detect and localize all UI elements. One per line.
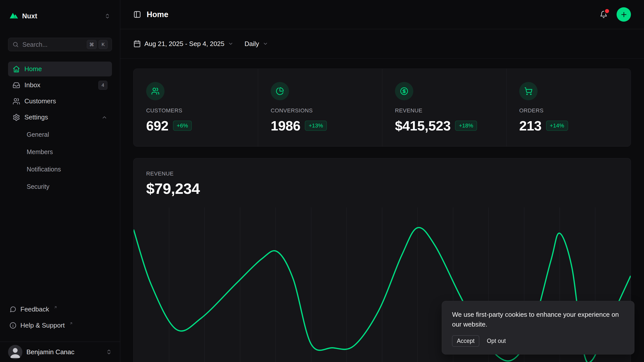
- stat-conversions: CONVERSIONS 1986 +13%: [258, 69, 382, 146]
- help-support-link[interactable]: Help & Support: [8, 317, 112, 333]
- cookie-actions: Accept Opt out: [452, 335, 624, 347]
- sidebar-item-home[interactable]: Home: [8, 62, 112, 76]
- plus-icon: [620, 11, 628, 18]
- stat-value: 213: [519, 118, 542, 133]
- sidebar-item-label: Inbox: [24, 81, 41, 89]
- external-link-icon: [54, 305, 57, 309]
- feedback-link[interactable]: Feedback: [8, 301, 112, 317]
- sidebar-item-label: Customers: [24, 97, 56, 105]
- cookie-banner: We use first-party cookies to enhance yo…: [442, 301, 634, 354]
- page-header: Home: [120, 0, 644, 29]
- date-range-picker[interactable]: Aug 21, 2025 - Sep 4, 2025: [133, 40, 233, 48]
- stat-delta-badge: +18%: [455, 121, 477, 131]
- page-header-left: Home: [133, 10, 168, 19]
- revenue-chart-value: $79,234: [146, 180, 618, 197]
- nuxt-logo-icon: [10, 12, 18, 20]
- stat-value: $415,523: [395, 118, 451, 133]
- help-support-label: Help & Support: [20, 322, 65, 329]
- sidebar-item-settings[interactable]: Settings: [8, 110, 112, 125]
- chevrons-up-down-icon: [104, 13, 110, 19]
- stat-label: CONVERSIONS: [271, 107, 370, 114]
- chevrons-up-down-icon: [106, 349, 112, 355]
- opt-out-button[interactable]: Opt out: [486, 335, 507, 347]
- external-link-icon: [69, 322, 73, 325]
- sidebar-item-security[interactable]: Security: [8, 179, 112, 194]
- inbox-count-badge: 4: [98, 81, 107, 90]
- workspace-name: Nuxt: [22, 12, 37, 20]
- revenue-chart-header: REVENUE $79,234: [134, 158, 631, 197]
- kbd-command: ⌘: [87, 40, 97, 49]
- stat-revenue: REVENUE $415,523 +18%: [382, 69, 506, 146]
- sidebar-item-inbox[interactable]: Inbox 4: [8, 78, 112, 93]
- stat-customers: CUSTOMERS 692 +6%: [134, 69, 258, 146]
- sidebar-item-label: Settings: [24, 113, 48, 121]
- stat-delta-badge: +13%: [305, 121, 327, 131]
- kbd-k: K: [99, 40, 108, 49]
- accept-button[interactable]: Accept: [452, 335, 479, 347]
- workspace-switcher[interactable]: Nuxt: [8, 6, 112, 26]
- gear-icon: [13, 114, 20, 121]
- calendar-icon: [133, 40, 141, 48]
- home-icon: [13, 65, 20, 73]
- search-input[interactable]: [22, 41, 83, 48]
- sidebar-item-notifications[interactable]: Notifications: [8, 162, 112, 177]
- sidebar-footer: Feedback Help & Support: [0, 301, 120, 342]
- add-button[interactable]: [617, 7, 631, 22]
- stat-label: ORDERS: [519, 107, 618, 114]
- info-circle-icon: [10, 322, 16, 329]
- users-group-icon: [146, 82, 165, 100]
- search-box[interactable]: ⌘ K: [8, 38, 112, 51]
- stat-value: 1986: [271, 118, 300, 133]
- cookie-message: We use first-party cookies to enhance yo…: [452, 310, 624, 329]
- sidebar-item-members[interactable]: Members: [8, 144, 112, 159]
- sidebar-top: Nuxt ⌘ K Ho: [0, 0, 120, 194]
- inbox-icon: [13, 81, 20, 89]
- message-bubble-icon: [10, 306, 16, 313]
- users-icon: [13, 98, 20, 105]
- user-name: Benjamin Canac: [26, 348, 74, 356]
- search-shortcut: ⌘ K: [87, 40, 108, 49]
- stat-label: REVENUE: [395, 107, 494, 114]
- stat-value: 692: [146, 118, 169, 133]
- user-menu[interactable]: Benjamin Canac: [0, 342, 120, 362]
- sidebar-item-customers[interactable]: Customers: [8, 94, 112, 109]
- chevron-down-icon: [263, 41, 268, 47]
- notification-dot: [605, 9, 609, 13]
- stat-orders: ORDERS 213 +14%: [506, 69, 631, 146]
- sidebar: Nuxt ⌘ K Ho: [0, 0, 120, 362]
- revenue-chart-label: REVENUE: [146, 170, 618, 177]
- shopping-cart-icon: [519, 82, 538, 100]
- feedback-label: Feedback: [20, 305, 49, 313]
- stat-delta-badge: +14%: [546, 121, 568, 131]
- page-header-right: [598, 7, 631, 22]
- page-title: Home: [147, 10, 168, 19]
- notifications-button[interactable]: [598, 9, 609, 20]
- stat-delta-badge: +6%: [173, 121, 192, 131]
- pie-chart-icon: [271, 82, 289, 100]
- period-value: Daily: [245, 40, 259, 48]
- panel-left-icon[interactable]: [133, 11, 141, 18]
- chevron-down-icon: [228, 41, 233, 47]
- stat-label: CUSTOMERS: [146, 107, 245, 114]
- sidebar-item-general[interactable]: General: [8, 127, 112, 142]
- period-select[interactable]: Daily: [245, 40, 268, 48]
- avatar: [8, 345, 22, 359]
- chevron-up-icon: [101, 114, 107, 120]
- search-icon: [12, 41, 19, 48]
- sidebar-item-label: Home: [24, 65, 42, 73]
- sidebar-nav: Home Inbox 4 Customers: [8, 62, 112, 194]
- filters-toolbar: Aug 21, 2025 - Sep 4, 2025 Daily: [120, 29, 644, 59]
- stats-row: CUSTOMERS 692 +6% CONVERSIONS 1986 +13%: [133, 69, 631, 147]
- date-range-value: Aug 21, 2025 - Sep 4, 2025: [144, 40, 224, 48]
- dollar-circle-icon: [395, 82, 413, 100]
